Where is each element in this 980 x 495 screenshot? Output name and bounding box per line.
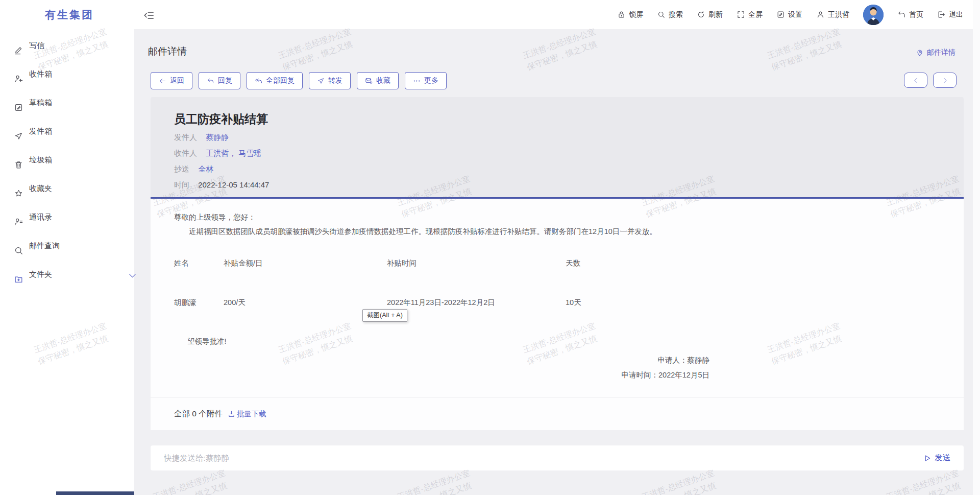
screenshot-tooltip: 截图(Alt + A) — [362, 309, 407, 322]
attachments-summary: 全部 0 个附件 — [174, 409, 223, 419]
back-button[interactable]: 返回 — [151, 72, 192, 89]
applicant-line: 申请人：蔡静静 — [622, 355, 709, 365]
sidebar-item-contacts[interactable]: 通讯录 — [0, 207, 134, 227]
mail-time-row: 时间 2022-12-05 14:44:47 — [174, 179, 940, 191]
attachments-bar: 全部 0 个附件 批量下载 — [151, 397, 964, 430]
send-triangle-icon — [923, 454, 932, 462]
mail-toolbar: 返回 回复 全部回复 转发 收藏 更多 — [151, 72, 447, 89]
mail-body: 尊敬的上级领导，您好： 近期福田区数据团队成员胡鹏濠被抽调沙头街道参加疫情数据处… — [151, 199, 964, 397]
sidebar-item-compose[interactable]: 写信 — [0, 36, 134, 55]
mail-signature: 申请人：蔡静静 申请时间：2022年12月5日 — [622, 355, 709, 380]
settings-icon — [776, 10, 785, 19]
refresh-icon — [697, 10, 705, 19]
current-user-button[interactable]: 王洪哲 — [816, 10, 849, 19]
sidebar-item-trash[interactable]: 垃圾箱 — [0, 150, 134, 170]
reply-all-icon — [255, 77, 262, 85]
topbar-actions: 锁屏 搜索 刷新 全屏 设置 王洪哲 — [617, 0, 963, 29]
sidebar: 写信 收件箱 草稿箱 发件箱 垃圾箱 收藏夹 通讯录 邮件查询 — [0, 29, 134, 495]
topbar: 有生集团 锁屏 搜索 刷新 全屏 — [0, 0, 980, 29]
reply-all-button[interactable]: 全部回复 — [247, 72, 303, 89]
user-icon — [816, 10, 825, 19]
next-mail-button[interactable] — [933, 73, 957, 88]
forward-send-icon — [317, 77, 325, 85]
mail-greeting: 尊敬的上级领导，您好： — [174, 212, 940, 222]
quick-reply-input[interactable] — [151, 445, 923, 470]
sidebar-item-drafts[interactable]: 草稿箱 — [0, 93, 134, 112]
cc-link[interactable]: 全林 — [198, 164, 213, 173]
reply-button[interactable]: 回复 — [199, 72, 240, 89]
search-icon — [657, 10, 666, 19]
home-button[interactable]: 首页 — [897, 10, 923, 19]
subsidy-table: 姓名 补贴金额/日 补贴时间 天数 胡鹏濠 200/天 2022年11月23日-… — [174, 258, 940, 308]
company-logo: 有生集团 — [45, 8, 94, 22]
chevron-right-icon — [942, 77, 948, 84]
table-row: 胡鹏濠 200/天 2022年11月23日-2022年12月2日 10天 — [174, 297, 940, 308]
mail-cc-row: 抄送 全林 — [174, 163, 940, 175]
mail-to-row: 收件人 王洪哲， 马雪瑶 — [174, 148, 940, 159]
page-scrollbar-track[interactable] — [973, 0, 980, 495]
search-button[interactable]: 搜索 — [657, 10, 683, 19]
mail-subject: 员工防疫补贴结算 — [174, 111, 940, 127]
settings-button[interactable]: 设置 — [776, 10, 802, 19]
sidebar-item-mail-search[interactable]: 邮件查询 — [0, 236, 134, 255]
table-header-row: 姓名 补贴金额/日 补贴时间 天数 — [174, 258, 940, 268]
app-root: 有生集团 锁屏 搜索 刷新 全屏 — [0, 0, 980, 495]
apply-time-line: 申请时间：2022年12月5日 — [622, 370, 709, 380]
sidebar-item-folders[interactable]: 文件夹 — [0, 265, 134, 284]
fullscreen-icon — [737, 10, 745, 19]
mail-header: 员工防疫补贴结算 发件人 蔡静静 收件人 王洪哲， 马雪瑶 抄送 全林 时间 2… — [151, 97, 964, 199]
more-dots-icon — [413, 77, 421, 85]
refresh-button[interactable]: 刷新 — [697, 10, 723, 19]
sidebar-item-sent[interactable]: 发件箱 — [0, 122, 134, 141]
batch-download-link[interactable]: 批量下载 — [228, 409, 266, 419]
sidebar-item-inbox[interactable]: 收件箱 — [0, 64, 134, 84]
chevron-left-icon — [913, 77, 919, 84]
reply-icon — [207, 77, 214, 85]
sidebar-collapse-button[interactable] — [143, 10, 155, 21]
sender-link[interactable]: 蔡静静 — [206, 133, 229, 142]
mail-time: 2022-12-05 14:44:47 — [198, 180, 269, 189]
logout-icon — [937, 10, 946, 19]
logout-button[interactable]: 退出 — [937, 10, 963, 19]
quick-send-bar: 发送 — [151, 445, 964, 470]
prev-mail-button[interactable] — [904, 73, 927, 88]
mail-paragraph: 近期福田区数据团队成员胡鹏濠被抽调沙头街道参加疫情数据处理工作。现根据防疫补贴标… — [174, 226, 940, 237]
menu-fold-icon — [143, 10, 155, 21]
mail-detail-card: 员工防疫补贴结算 发件人 蔡静静 收件人 王洪哲， 马雪瑶 抄送 全林 时间 2… — [151, 97, 964, 432]
page-title: 邮件详情 — [148, 45, 187, 58]
lock-icon — [617, 10, 626, 19]
more-button[interactable]: 更多 — [405, 72, 447, 89]
favorite-mail-button[interactable]: 收藏 — [357, 72, 399, 89]
sidebar-item-favorites[interactable]: 收藏夹 — [0, 179, 134, 198]
send-button[interactable]: 发送 — [923, 453, 964, 463]
back-home-icon — [897, 10, 906, 19]
lock-screen-button[interactable]: 锁屏 — [617, 10, 643, 19]
mail-from-row: 发件人 蔡静静 — [174, 132, 940, 143]
download-icon — [228, 410, 235, 418]
main-content: 邮件详情 邮件详情 返回 回复 全部回复 转发 — [134, 29, 973, 495]
chevron-down-icon — [114, 271, 121, 278]
envelope-star-icon — [365, 77, 373, 85]
location-pin-icon — [916, 49, 924, 57]
forward-button[interactable]: 转发 — [309, 72, 351, 89]
fullscreen-button[interactable]: 全屏 — [737, 10, 763, 19]
horizontal-scrollbar-thumb[interactable] — [56, 491, 134, 495]
recipients-link[interactable]: 王洪哲， 马雪瑶 — [206, 149, 261, 157]
avatar[interactable] — [863, 5, 884, 25]
mail-closing: 望领导批准! — [174, 336, 940, 346]
mail-pager — [904, 73, 957, 88]
arrow-left-icon — [159, 77, 166, 85]
breadcrumb: 邮件详情 — [916, 48, 955, 57]
